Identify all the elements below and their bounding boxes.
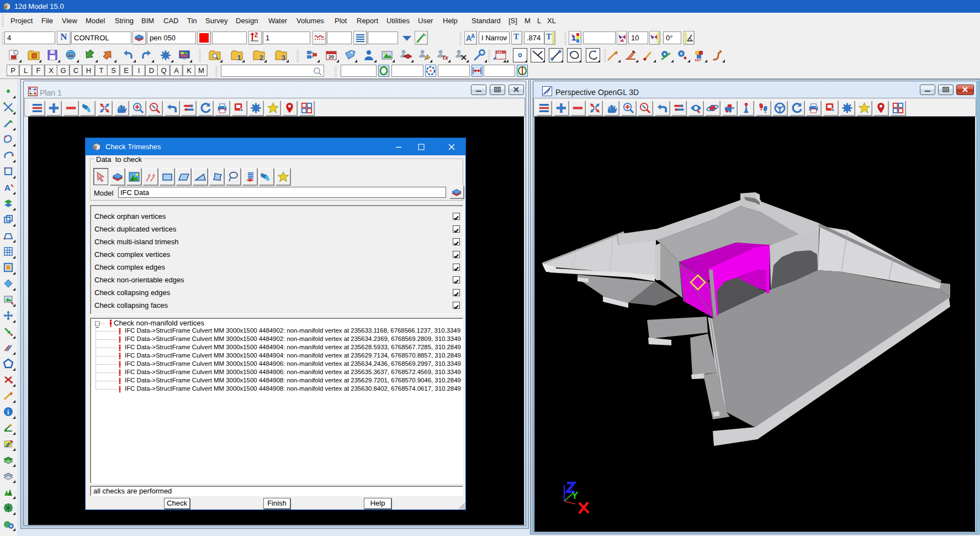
svg-text:3d: 3d <box>68 53 73 58</box>
svg-text:20: 20 <box>329 54 334 60</box>
svg-text:1: 1 <box>237 54 241 62</box>
svg-text:12: 12 <box>4 5 8 8</box>
svg-text:A: A <box>4 183 10 192</box>
svg-text:2: 2 <box>259 54 263 62</box>
svg-text:12: 12 <box>94 146 97 149</box>
svg-text:Z: Z <box>255 32 258 38</box>
svg-text:3: 3 <box>282 54 285 62</box>
svg-text:A: A <box>471 33 475 39</box>
